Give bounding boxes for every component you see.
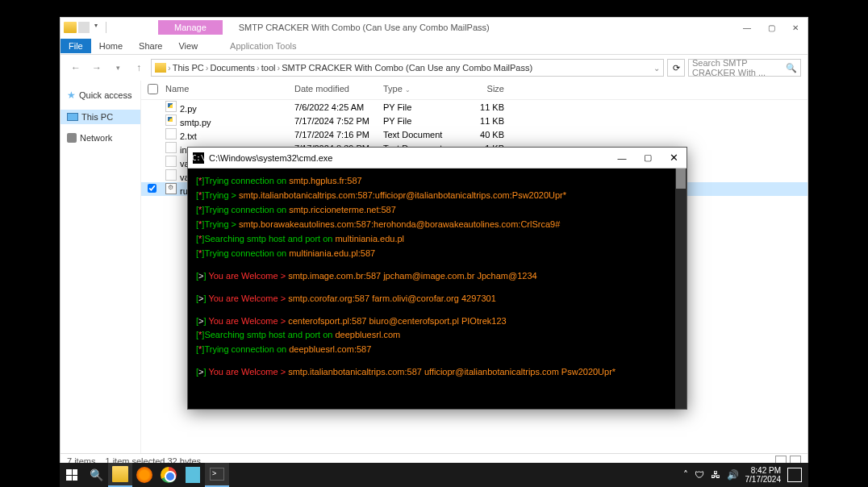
file-row[interactable]: 2.py7/6/2022 4:25 AMPY File11 KB bbox=[141, 100, 807, 114]
taskbar-explorer[interactable] bbox=[108, 463, 132, 487]
monitor-icon bbox=[67, 113, 78, 121]
qa-dropdown-icon[interactable]: ▾ bbox=[91, 22, 101, 33]
folder-icon bbox=[112, 466, 128, 482]
column-size[interactable]: Size bbox=[456, 84, 504, 96]
file-size: 11 KB bbox=[456, 102, 504, 112]
security-icon[interactable]: 🛡 bbox=[695, 469, 704, 481]
clock-time: 8:42 PM bbox=[745, 466, 782, 475]
sidebar-network[interactable]: Network bbox=[61, 131, 140, 145]
search-button[interactable]: 🔍 bbox=[84, 463, 108, 487]
terminal-icon bbox=[210, 468, 224, 481]
breadcrumb[interactable]: › This PC › Documents › tool › SMTP CRAC… bbox=[151, 59, 664, 77]
close-button[interactable]: ✕ bbox=[783, 19, 807, 36]
file-checkbox[interactable] bbox=[148, 184, 156, 193]
sidebar-label: Network bbox=[80, 133, 112, 143]
cmd-title-text: C:\Windows\system32\cmd.exe bbox=[209, 153, 332, 163]
cmd-scrollbar-thumb[interactable] bbox=[676, 169, 686, 189]
cmd-titlebar[interactable]: C:\ C:\Windows\system32\cmd.exe — ▢ ✕ bbox=[188, 148, 686, 169]
breadcrumb-item[interactable]: SMTP CRACKER With Combo (Can Use any Com… bbox=[282, 63, 532, 73]
column-type[interactable]: Type⌄ bbox=[383, 84, 456, 96]
chrome-icon bbox=[161, 467, 177, 483]
column-name[interactable]: Name bbox=[165, 84, 294, 96]
home-tab[interactable]: Home bbox=[91, 39, 131, 53]
sidebar-quick-access[interactable]: ★ Quick access bbox=[61, 87, 140, 103]
file-date: 7/6/2022 4:25 AM bbox=[294, 102, 383, 112]
cmd-minimize-button[interactable]: — bbox=[609, 148, 635, 169]
back-button[interactable]: ← bbox=[67, 59, 85, 77]
address-bar: ← → ▾ ↑ › This PC › Documents › tool › S… bbox=[61, 55, 807, 81]
file-row[interactable]: smtp.py7/17/2024 7:52 PMPY File11 KB bbox=[141, 114, 807, 127]
taskbar-firefox[interactable] bbox=[132, 463, 156, 487]
forward-button[interactable]: → bbox=[88, 59, 106, 77]
clock-date: 7/17/2024 bbox=[745, 475, 782, 484]
breadcrumb-item[interactable]: This PC bbox=[173, 63, 204, 73]
sidebar-label: This PC bbox=[81, 112, 113, 122]
file-type-icon bbox=[165, 156, 177, 167]
breadcrumb-item[interactable]: tool bbox=[261, 63, 276, 73]
column-date[interactable]: Date modified bbox=[294, 84, 383, 96]
titlebar[interactable]: ▾ Manage SMTP CRACKER With Combo (Can Us… bbox=[61, 18, 807, 37]
cmd-window: C:\ C:\Windows\system32\cmd.exe — ▢ ✕ [*… bbox=[187, 147, 687, 410]
taskbar-clock[interactable]: 8:42 PM 7/17/2024 bbox=[745, 466, 782, 484]
file-type-icon bbox=[165, 128, 177, 139]
cmd-line: [*]Searching smtp host and port on deepb… bbox=[196, 329, 678, 342]
notification-button[interactable] bbox=[787, 468, 802, 482]
file-date: 7/17/2024 7:16 PM bbox=[294, 130, 383, 139]
file-type: PY File bbox=[383, 116, 456, 126]
cmd-line: [*]Trying connection on smtp.riccioneter… bbox=[196, 204, 678, 217]
search-input[interactable]: Search SMTP CRACKER With ... 🔍 bbox=[688, 59, 801, 77]
select-all-checkbox[interactable] bbox=[148, 84, 158, 94]
taskbar-terminal[interactable] bbox=[205, 463, 229, 487]
breadcrumb-dropdown[interactable]: ⌄ bbox=[653, 64, 660, 73]
network-icon bbox=[67, 133, 77, 143]
cmd-line: [>] You are Welcome > smtp.italianbotani… bbox=[196, 366, 678, 379]
network-icon[interactable]: 🖧 bbox=[711, 469, 720, 481]
window-title: SMTP CRACKER With Combo (Can Use any Com… bbox=[223, 23, 490, 32]
quick-access-toolbar[interactable] bbox=[78, 22, 90, 33]
star-icon: ★ bbox=[67, 89, 76, 101]
taskbar: 🔍 ˄ 🛡 🖧 🔊 8:42 PM 7/17/2024 bbox=[60, 463, 808, 487]
cmd-line: [>] You are Welcome > smtp.image.com.br:… bbox=[196, 270, 678, 283]
cmd-line: [*]Searching smtp host and port on multi… bbox=[196, 233, 678, 246]
taskbar-chrome[interactable] bbox=[156, 463, 181, 487]
sidebar-this-pc[interactable]: This PC bbox=[61, 110, 140, 124]
search-placeholder: Search SMTP CRACKER With ... bbox=[692, 58, 786, 77]
refresh-button[interactable]: ⟳ bbox=[667, 59, 685, 77]
file-type-icon bbox=[165, 169, 177, 181]
file-date: 7/17/2024 7:52 PM bbox=[294, 116, 383, 126]
firefox-icon bbox=[136, 467, 152, 483]
recent-dropdown[interactable]: ▾ bbox=[109, 59, 127, 77]
file-type-icon bbox=[165, 101, 177, 112]
cmd-line: [*]Trying connection on deepbluesrl.com:… bbox=[196, 343, 678, 356]
file-list-header[interactable]: Name Date modified Type⌄ Size bbox=[141, 81, 807, 100]
cmd-close-button[interactable]: ✕ bbox=[661, 148, 686, 169]
file-name: 2.txt bbox=[180, 131, 197, 141]
cmd-line: [>] You are Welcome > centerofsport.pl:5… bbox=[196, 315, 678, 328]
folder-icon bbox=[64, 22, 77, 33]
view-tab[interactable]: View bbox=[170, 39, 206, 53]
file-row[interactable]: 2.txt7/17/2024 7:16 PMText Document40 KB bbox=[141, 127, 807, 141]
file-type-icon bbox=[165, 114, 177, 126]
file-name: smtp.py bbox=[180, 118, 211, 127]
maximize-button[interactable]: ▢ bbox=[759, 19, 783, 36]
start-button[interactable] bbox=[60, 463, 84, 487]
cmd-maximize-button[interactable]: ▢ bbox=[635, 148, 661, 169]
manage-tab[interactable]: Manage bbox=[158, 20, 223, 35]
file-tab[interactable]: File bbox=[61, 39, 91, 53]
file-type-icon bbox=[165, 142, 177, 153]
file-type: Text Document bbox=[383, 130, 456, 139]
cmd-line: [*]Trying > smtp.borawakeautolines.com:5… bbox=[196, 219, 678, 231]
file-size: 40 KB bbox=[456, 130, 504, 139]
up-button[interactable]: ↑ bbox=[130, 59, 148, 77]
share-tab[interactable]: Share bbox=[131, 39, 170, 53]
volume-icon[interactable]: 🔊 bbox=[727, 469, 739, 481]
notepad-icon bbox=[186, 467, 200, 483]
cmd-output[interactable]: [*]Trying connection on smtp.hgplus.fr:5… bbox=[188, 169, 686, 409]
apptools-tab[interactable]: Application Tools bbox=[222, 39, 304, 53]
cmd-scrollbar[interactable] bbox=[675, 169, 686, 409]
minimize-button[interactable]: — bbox=[735, 19, 759, 36]
breadcrumb-item[interactable]: Documents bbox=[210, 63, 255, 73]
tray-chevron-icon[interactable]: ˄ bbox=[683, 469, 688, 481]
ribbon: File Home Share View Application Tools bbox=[61, 37, 807, 55]
taskbar-notepad[interactable] bbox=[181, 463, 205, 487]
